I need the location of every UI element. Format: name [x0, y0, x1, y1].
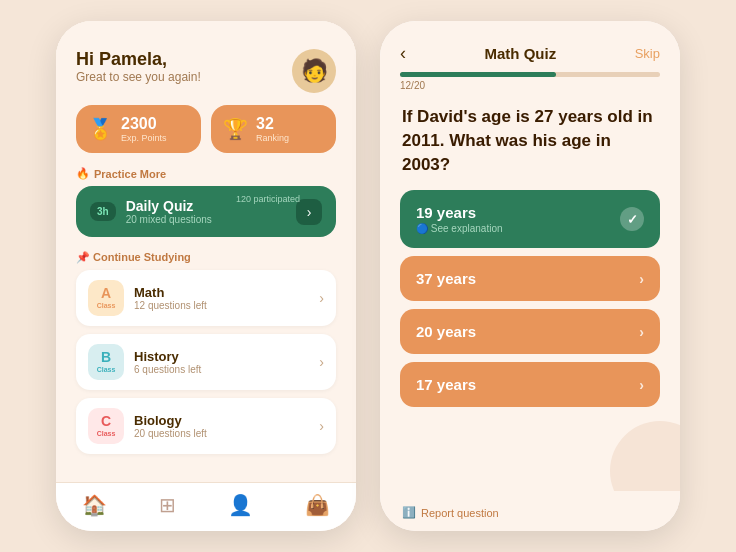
stat-card-points: 🏅 2300 Exp. Points	[76, 105, 201, 153]
nav-profile[interactable]: 👤	[228, 493, 253, 517]
participated-count: 120 participated	[236, 194, 300, 204]
right-phone: ‹ Math Quiz Skip 12/20 If David's age is…	[380, 21, 680, 531]
subject-card-biology[interactable]: C Class Biology 20 questions left ›	[76, 398, 336, 454]
nav-bag[interactable]: 👜	[305, 493, 330, 517]
avatar: 🧑	[292, 49, 336, 93]
answer-text-20: 20 years	[416, 323, 476, 340]
math-arrow: ›	[319, 290, 324, 306]
answer-card-37[interactable]: 37 years ›	[400, 256, 660, 301]
math-questions: 12 questions left	[134, 300, 207, 311]
progress-fill	[400, 72, 556, 77]
correct-checkmark: ✓	[620, 207, 644, 231]
answer-card-17[interactable]: 17 years ›	[400, 362, 660, 407]
report-icon: ℹ️	[402, 506, 416, 519]
biology-questions: 20 questions left	[134, 428, 207, 439]
progress-track	[400, 72, 660, 77]
math-badge: A Class	[88, 280, 124, 316]
subject-card-history[interactable]: B Class History 6 questions left ›	[76, 334, 336, 390]
info-icon: 🔵	[416, 223, 431, 234]
daily-quiz-card[interactable]: 3h Daily Quiz 20 mixed questions 120 par…	[76, 186, 336, 237]
quiz-title: Daily Quiz	[126, 198, 212, 214]
answer-text-37: 37 years	[416, 270, 476, 287]
biology-name: Biology	[134, 413, 207, 428]
nav-grid[interactable]: ⊞	[159, 493, 176, 517]
math-name: Math	[134, 285, 207, 300]
history-name: History	[134, 349, 201, 364]
answer-chevron-20: ›	[639, 324, 644, 340]
greeting-subtitle: Great to see you again!	[76, 70, 201, 84]
bottom-nav: 🏠 ⊞ 👤 👜	[56, 482, 356, 531]
exp-points-label: Exp. Points	[121, 133, 167, 143]
practice-section-label: 🔥 Practice More	[56, 167, 356, 186]
answer-chevron-37: ›	[639, 271, 644, 287]
history-questions: 6 questions left	[134, 364, 201, 375]
quiz-title: Math Quiz	[485, 45, 557, 62]
back-button[interactable]: ‹	[400, 43, 406, 64]
fire-icon: 🔥	[76, 167, 90, 180]
ranking-value: 32	[256, 115, 289, 133]
left-header: Hi Pamela, Great to see you again! 🧑	[56, 21, 356, 105]
answer-card-20[interactable]: 20 years ›	[400, 309, 660, 354]
quiz-timer: 3h	[90, 202, 116, 221]
ranking-label: Ranking	[256, 133, 289, 143]
subject-list: A Class Math 12 questions left › B Class	[56, 270, 356, 482]
quiz-subtitle: 20 mixed questions	[126, 214, 212, 225]
answer-text-17: 17 years	[416, 376, 476, 393]
nav-home[interactable]: 🏠	[82, 493, 107, 517]
biology-arrow: ›	[319, 418, 324, 434]
report-question[interactable]: ℹ️ Report question	[380, 494, 680, 531]
answer-card-correct[interactable]: 19 years 🔵 See explanation ✓	[400, 190, 660, 248]
skip-button[interactable]: Skip	[635, 46, 660, 61]
progress-bar-wrap: 12/20	[380, 72, 680, 95]
left-phone: Hi Pamela, Great to see you again! 🧑 🏅 2…	[56, 21, 356, 531]
history-badge: B Class	[88, 344, 124, 380]
stat-card-ranking: 🏆 32 Ranking	[211, 105, 336, 153]
medal-icon: 🏅	[88, 117, 113, 141]
answer-chevron-17: ›	[639, 377, 644, 393]
progress-label: 12/20	[400, 80, 660, 91]
greeting-name: Hi Pamela,	[76, 49, 201, 70]
bookmark-icon: 📌	[76, 251, 93, 263]
answer-text-correct: 19 years	[416, 204, 503, 221]
greeting: Hi Pamela, Great to see you again!	[76, 49, 201, 84]
quiz-header: ‹ Math Quiz Skip	[380, 21, 680, 72]
trophy-icon: 🏆	[223, 117, 248, 141]
exp-points-value: 2300	[121, 115, 167, 133]
continue-section-label: 📌 Continue Studying	[56, 251, 356, 270]
answers-list: 19 years 🔵 See explanation ✓ 37 years ›	[380, 190, 680, 494]
subject-card-math[interactable]: A Class Math 12 questions left ›	[76, 270, 336, 326]
stats-row: 🏅 2300 Exp. Points 🏆 32 Ranking	[56, 105, 356, 167]
biology-badge: C Class	[88, 408, 124, 444]
question-text: If David's age is 27 years old in 2011. …	[380, 95, 680, 190]
see-explanation[interactable]: 🔵 See explanation	[416, 223, 503, 234]
history-arrow: ›	[319, 354, 324, 370]
